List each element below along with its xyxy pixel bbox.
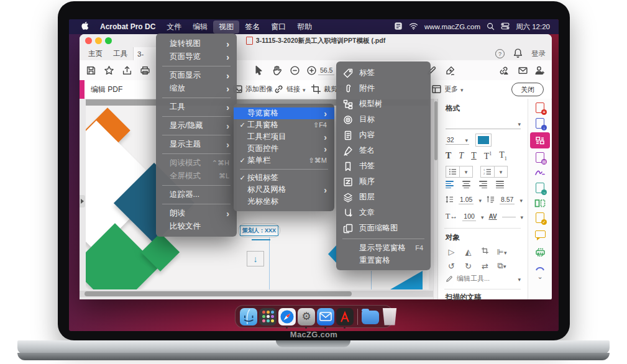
paragraph-spacing-value[interactable]: 8.57 — [500, 196, 515, 204]
font-size-select[interactable]: 32 — [446, 136, 469, 145]
bullet-list-caret-icon[interactable] — [460, 166, 472, 177]
menu-help[interactable]: 帮助 — [291, 20, 318, 34]
align-right-button[interactable] — [479, 181, 487, 188]
sign-in-link[interactable]: 登录 — [531, 49, 546, 58]
edit-pdf-tool-selected[interactable] — [530, 132, 550, 148]
kerning-value[interactable] — [502, 216, 516, 217]
menu-item-page-navigation[interactable]: 页面导览 — [156, 50, 237, 63]
wifi-icon[interactable] — [409, 22, 418, 31]
add-person-icon[interactable] — [533, 64, 546, 76]
hand-tool-icon[interactable] — [270, 64, 283, 76]
share-upload-icon[interactable] — [121, 64, 133, 76]
flip-vertical-icon[interactable]: ◭ — [462, 247, 474, 257]
edit-tools-button[interactable]: 编辑工具... — [446, 274, 521, 283]
menu-item-toolbar-items[interactable]: 工具栏项目 — [234, 131, 334, 143]
menu-item-tools-pane[interactable]: 工具窗格⇧F4 — [234, 119, 334, 131]
menu-item-attachments[interactable]: 附件 — [336, 81, 431, 96]
underline-button[interactable]: T — [471, 151, 477, 161]
justify-button[interactable] — [496, 181, 504, 188]
dock-finder-icon[interactable] — [240, 308, 257, 325]
menu-item-cursor-coordinates[interactable]: 光标坐标 — [234, 196, 334, 207]
menu-file[interactable]: 文件 — [161, 20, 187, 34]
tab-home[interactable]: 主页 — [85, 47, 106, 60]
send-review-tool[interactable]: → — [533, 181, 547, 194]
bullet-list-button[interactable] — [446, 166, 473, 178]
input-source-icon[interactable] — [394, 22, 403, 32]
flip-horizontal-icon[interactable]: ▷ — [446, 247, 457, 257]
dock-trash-icon[interactable] — [381, 308, 398, 325]
line-spacing-value[interactable]: 1.05 — [459, 196, 474, 204]
tab-tools[interactable]: 工具 — [109, 47, 131, 60]
menu-item-show-navigation-pane[interactable]: 显示导览窗格F4 — [336, 242, 431, 254]
menu-item-tools[interactable]: 工具 — [156, 101, 237, 114]
menu-bar-app-name[interactable]: Acrobat Pro DC — [94, 21, 161, 32]
menu-item-model-tree[interactable]: 模型树 — [336, 96, 431, 112]
help-icon[interactable]: ? — [495, 49, 505, 58]
bold-button[interactable]: T — [446, 151, 451, 161]
align-left-button[interactable] — [446, 181, 454, 188]
apple-menu-icon[interactable] — [75, 20, 94, 34]
menu-item-tracker[interactable]: 追踪器... — [156, 188, 237, 201]
dock-mail-icon[interactable] — [317, 308, 334, 325]
menu-item-show-hide[interactable]: 显示/隐藏 — [156, 119, 237, 132]
menu-item-page-controls[interactable]: 页面控件 — [234, 143, 334, 155]
vertical-scrollbar[interactable] — [433, 99, 437, 299]
menu-item-signatures[interactable]: 签名 — [336, 143, 431, 158]
create-pdf-tool[interactable]: + — [533, 101, 547, 114]
menu-item-rotate-view[interactable]: 旋转视图 — [156, 37, 237, 50]
replace-object-icon[interactable]: ⇄ — [479, 262, 491, 271]
dock-launchpad-icon[interactable] — [259, 308, 277, 325]
italic-button[interactable]: T — [459, 151, 464, 161]
close-tool-button[interactable]: 关闭 — [511, 83, 544, 96]
font-color-swatch[interactable] — [475, 134, 492, 147]
zoom-out-icon[interactable] — [288, 64, 301, 76]
menu-item-full-screen-mode[interactable]: 全屏模式⌘L — [156, 170, 237, 183]
rotate-cw-icon[interactable]: ↻ — [462, 262, 474, 271]
pdf-form-tool[interactable]: ▤ — [533, 151, 547, 163]
menu-item-read-out-loud[interactable]: 朗读 — [156, 207, 237, 220]
menu-item-page-display[interactable]: 页面显示 — [156, 69, 237, 82]
menu-item-menu-bar[interactable]: 菜单栏⇧⌘M — [234, 155, 334, 166]
notifications-bell-icon[interactable] — [513, 48, 523, 60]
menu-item-display-theme[interactable]: 显示主题 — [156, 138, 237, 151]
control-center-icon[interactable] — [501, 22, 510, 31]
menu-item-rulers-grids[interactable]: 标尺及网格 — [234, 184, 334, 196]
crop-object-icon[interactable] — [479, 247, 491, 257]
menu-item-navigation-panes[interactable]: 导览窗格 — [234, 107, 334, 119]
print-icon[interactable] — [139, 64, 151, 76]
horizontal-scrollbar[interactable] — [80, 291, 433, 297]
menu-window[interactable]: 窗口 — [265, 20, 291, 34]
menu-item-zoom[interactable]: 缩放 — [156, 82, 237, 95]
menu-item-reset-panes[interactable]: 重置窗格 — [336, 254, 431, 266]
save-icon[interactable] — [85, 64, 97, 76]
menu-edit[interactable]: 编辑 — [187, 20, 213, 34]
menu-item-tags[interactable]: 标签 — [336, 65, 431, 81]
email-icon[interactable] — [516, 64, 529, 76]
down-arrow-box[interactable]: ↓ — [247, 251, 264, 266]
request-file-tool[interactable]: ✓ — [533, 211, 547, 224]
menu-item-layers[interactable]: 图层 — [336, 189, 431, 205]
spotlight-icon[interactable] — [487, 22, 495, 32]
numbered-list-caret-icon[interactable] — [495, 166, 507, 177]
dock-folder-icon[interactable] — [362, 311, 379, 324]
menu-item-button-labels[interactable]: 按钮标签 — [234, 172, 334, 184]
duplicate-object-icon[interactable]: ⧉ — [496, 261, 508, 271]
menu-sign[interactable]: 签名 — [239, 20, 265, 34]
horizontal-scrollbar-thumb[interactable] — [85, 291, 352, 296]
menu-item-bookmarks[interactable]: 书签 — [336, 158, 431, 174]
horizontal-scale-value[interactable]: 100 — [462, 212, 476, 221]
subscript-button[interactable]: T1 — [499, 150, 507, 162]
menu-item-read-mode[interactable]: 阅读模式⌃⌘H — [156, 157, 237, 170]
menu-item-compare-files[interactable]: 比较文件 — [156, 220, 237, 233]
menu-item-content[interactable]: 内容 — [336, 127, 431, 143]
menu-item-page-thumbnails[interactable]: 页面缩略图 — [336, 221, 431, 236]
sign-pen-icon[interactable] — [444, 64, 456, 76]
superscript-button[interactable]: T1 — [484, 151, 492, 162]
star-icon[interactable] — [103, 64, 115, 76]
zoom-in-icon[interactable] — [305, 64, 318, 76]
menu-item-destinations[interactable]: 目标 — [336, 112, 431, 127]
comment-tool[interactable] — [533, 228, 547, 240]
select-cursor-icon[interactable] — [252, 64, 265, 76]
font-family-select[interactable] — [446, 119, 521, 129]
menu-view[interactable]: 视图 — [213, 20, 239, 34]
